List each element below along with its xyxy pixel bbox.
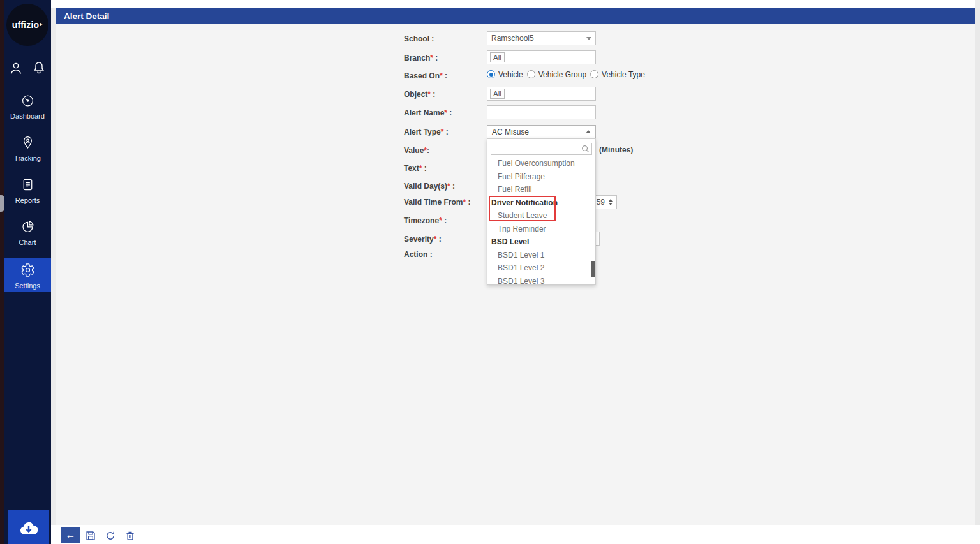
- value-unit-hint: (Minutes): [599, 145, 633, 155]
- chevron-down-icon: [586, 37, 591, 40]
- field-label-alert-type: Alert Type* :: [404, 128, 449, 137]
- search-icon: [581, 145, 590, 153]
- radio-vehicle[interactable]: Vehicle: [487, 70, 523, 79]
- dropdown-option[interactable]: BSD1 Level 2: [487, 261, 596, 275]
- cloud-download-button[interactable]: [8, 510, 49, 544]
- sidebar-item-label: Dashboard: [4, 112, 51, 120]
- bell-icon[interactable]: [31, 60, 47, 75]
- object-chip[interactable]: All: [490, 89, 505, 99]
- field-label-branch: Branch* :: [404, 54, 438, 63]
- time-spinner-icon[interactable]: [609, 199, 612, 205]
- alert-type-dropdown: Fuel Overconsumption Fuel Pilferage Fuel…: [487, 138, 596, 285]
- school-select-value: Ramschool5: [491, 34, 534, 43]
- dropdown-option[interactable]: BSD1 Level 1: [487, 249, 596, 262]
- alert-type-select[interactable]: AC Misuse: [487, 125, 596, 138]
- school-select[interactable]: Ramschool5: [487, 31, 596, 45]
- dropdown-scrollbar[interactable]: [591, 261, 595, 277]
- refresh-icon[interactable]: [105, 530, 116, 541]
- based-on-radio-group: Vehicle Vehicle Group Vehicle Type: [487, 70, 645, 79]
- dropdown-option[interactable]: Fuel Pilferage: [487, 170, 596, 184]
- back-arrow-icon: ←: [66, 529, 76, 541]
- top-strip: [51, 0, 975, 8]
- sidebar-item-label: Chart: [4, 239, 51, 246]
- sidebar-item-label: Reports: [4, 196, 51, 204]
- field-label-object: Object* :: [404, 90, 435, 99]
- dropdown-group-header: BSD Level: [487, 235, 596, 249]
- user-icon[interactable]: [8, 61, 24, 76]
- dropdown-option-list: Fuel Overconsumption Fuel Pilferage Fuel…: [487, 157, 596, 285]
- brand-logo[interactable]: uffizio: [6, 4, 48, 46]
- radio-vehicle-group[interactable]: Vehicle Group: [527, 70, 586, 79]
- radio-icon: [590, 70, 598, 78]
- back-button[interactable]: ←: [61, 527, 80, 543]
- dropdown-option[interactable]: Trip Reminder: [487, 223, 596, 236]
- gear-icon: [20, 263, 35, 277]
- tracking-pin-icon: [20, 135, 35, 150]
- dropdown-search-input[interactable]: [491, 143, 592, 155]
- radio-icon: [527, 70, 535, 78]
- field-label-text: Text* :: [404, 164, 427, 173]
- bottom-toolbar: [51, 525, 980, 544]
- alert-name-input[interactable]: [487, 105, 596, 119]
- field-label-valid-time-from: Valid Time From* :: [404, 198, 471, 207]
- dropdown-option[interactable]: BSD1 Level 3: [487, 275, 596, 286]
- field-label-action: Action :: [404, 250, 433, 260]
- page-title: Alert Detail: [64, 11, 109, 21]
- save-floppy-icon[interactable]: [85, 530, 96, 541]
- dashboard-gauge-icon: [20, 93, 35, 108]
- sidebar-item-tracking[interactable]: Tracking: [4, 135, 51, 162]
- field-label-timezone: Timezone* :: [404, 216, 447, 226]
- chevron-up-icon: [586, 130, 591, 133]
- sidebar-item-chart[interactable]: Chart: [4, 219, 51, 246]
- sidebar-item-label: Settings: [4, 282, 51, 290]
- branch-chip[interactable]: All: [490, 52, 505, 62]
- object-input[interactable]: All: [487, 87, 596, 101]
- dropdown-option[interactable]: Fuel Refill: [487, 183, 596, 196]
- right-margin: [975, 8, 980, 544]
- dropdown-group-header[interactable]: Driver Notification: [487, 196, 596, 210]
- field-label-based-on: Based On* :: [404, 71, 447, 81]
- radio-vehicle-type[interactable]: Vehicle Type: [590, 70, 645, 79]
- page-header: Alert Detail: [56, 8, 975, 24]
- field-label-alert-name: Alert Name* :: [404, 108, 452, 118]
- pie-chart-icon: [20, 219, 35, 234]
- sidebar-item-label: Tracking: [4, 154, 51, 162]
- sidebar-item-reports[interactable]: Reports: [4, 177, 51, 204]
- field-label-value: Value*:: [404, 146, 429, 156]
- field-label-severity: Severity* :: [404, 235, 442, 244]
- cloud-download-icon: [18, 518, 40, 537]
- sidebar-item-settings[interactable]: Settings: [4, 258, 51, 292]
- branch-input[interactable]: All: [487, 50, 596, 64]
- dropdown-option[interactable]: Fuel Overconsumption: [487, 157, 596, 170]
- alert-type-select-value: AC Misuse: [492, 128, 529, 136]
- app-window: Alert Detail uffizio Dashboard Tracking …: [0, 0, 980, 544]
- field-label-valid-days: Valid Day(s)* :: [404, 182, 455, 191]
- reports-document-icon: [20, 177, 35, 192]
- sidebar-item-dashboard[interactable]: Dashboard: [4, 93, 51, 120]
- trash-icon[interactable]: [124, 530, 136, 541]
- field-label-school: School :: [404, 34, 434, 44]
- radio-selected-icon: [487, 70, 495, 78]
- brand-logo-text: uffizio: [12, 20, 43, 30]
- dropdown-option[interactable]: Student Leave: [487, 209, 596, 223]
